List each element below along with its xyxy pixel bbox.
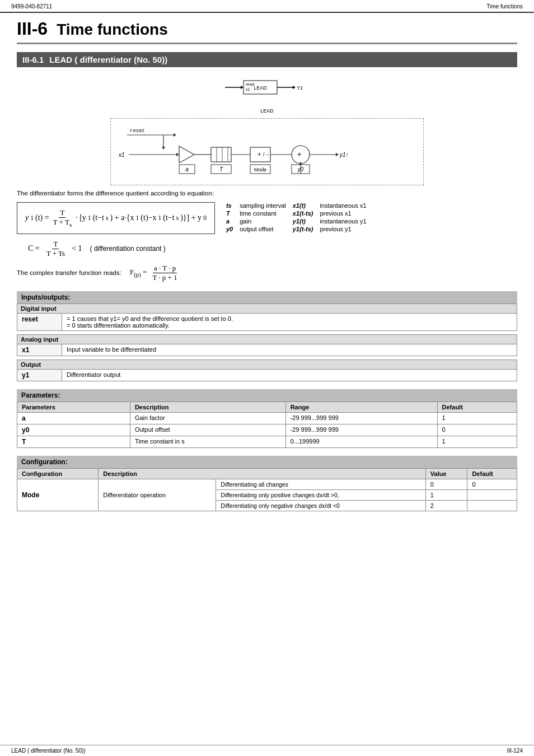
legend-a-sym: a bbox=[226, 218, 233, 225]
param-key: T bbox=[17, 436, 130, 447]
chapter-title: Time functions bbox=[57, 21, 168, 39]
reset-row: reset = 1 causes that y1= y0 and the dif… bbox=[17, 313, 517, 330]
params-col-default: Default bbox=[437, 402, 517, 412]
page-header: 9499-040-82711 Time functions bbox=[0, 0, 534, 13]
config-option-value: 1 bbox=[425, 489, 467, 500]
config-col-desc: Description bbox=[99, 468, 425, 479]
config-col-config: Configuration bbox=[17, 468, 99, 479]
svg-text:Y1: Y1 bbox=[297, 85, 303, 91]
svg-text:reset: reset bbox=[130, 128, 145, 134]
svg-marker-16 bbox=[176, 153, 179, 156]
output-header: Output bbox=[17, 360, 517, 369]
config-col-value: Value bbox=[425, 468, 467, 479]
svg-text:a: a bbox=[185, 166, 189, 172]
c-equation-note: ( differentiation constant ) bbox=[90, 245, 166, 253]
configuration-heading: Configuration: bbox=[17, 456, 517, 468]
circuit-diagram-svg: reset x1 + / - bbox=[110, 118, 424, 185]
section-heading: III-6.1 LEAD ( differentiator (No. 50)) bbox=[17, 52, 517, 67]
svg-text:x1: x1 bbox=[118, 152, 125, 158]
config-key: Mode bbox=[17, 479, 99, 511]
section-title: LEAD ( differentiator (No. 50)) bbox=[49, 55, 167, 64]
spacer-row2 bbox=[17, 356, 517, 360]
svg-text:y1↑: y1↑ bbox=[339, 152, 349, 158]
digital-input-label: Digital input bbox=[17, 304, 517, 313]
svg-text:+: + bbox=[297, 150, 302, 158]
param-desc: Gain factor bbox=[130, 412, 285, 424]
config-option-value: 2 bbox=[425, 500, 467, 511]
footer-left: LEAD ( differentiator (No. 50)) bbox=[11, 748, 86, 754]
y1-key: y1 bbox=[17, 369, 62, 381]
legend-x1t-desc: instantaneous x1 bbox=[320, 202, 366, 209]
footer-right: III-124 bbox=[507, 748, 523, 754]
legend-y1t-sym: y1(t) bbox=[293, 218, 313, 225]
svg-marker-10 bbox=[174, 133, 176, 137]
config-row: Mode Differentiator operation Differenti… bbox=[17, 479, 517, 489]
legend-ts-desc: sampling interval bbox=[240, 202, 286, 209]
lead-icon-container: LEAD reset x1 Y1 LEAD bbox=[17, 75, 517, 114]
circuit-diagram-container: reset x1 + / - bbox=[17, 118, 517, 185]
equation-area: y1(t) = T T + Ts · [y1(t−ts) + a·{x1(t)−… bbox=[17, 202, 517, 234]
analog-input-label: Analog input bbox=[17, 334, 517, 344]
svg-marker-7 bbox=[293, 86, 296, 89]
chapter-heading: III-6 Time functions bbox=[17, 18, 517, 44]
x1-key: x1 bbox=[17, 344, 62, 356]
legend-x1t-sym: x1(t) bbox=[293, 202, 313, 209]
config-option-text: Differentiating only negative changes dx… bbox=[216, 500, 426, 511]
svg-text:+: + bbox=[257, 151, 261, 157]
reset-key: reset bbox=[17, 313, 62, 330]
params-col-range: Range bbox=[285, 402, 437, 412]
legend-T-sym: T bbox=[226, 210, 233, 217]
param-desc: Time constant in s bbox=[130, 436, 285, 447]
svg-marker-13 bbox=[162, 147, 165, 150]
svg-marker-32 bbox=[336, 153, 339, 156]
param-range: 0...199999 bbox=[285, 436, 437, 447]
analog-input-header: Analog input bbox=[17, 334, 517, 344]
legend-y0-sym: y0 bbox=[226, 226, 233, 232]
svg-text:Mode: Mode bbox=[254, 167, 267, 172]
param-range: -29 999...999 999 bbox=[285, 412, 437, 424]
svg-text:-: - bbox=[266, 151, 269, 157]
param-range: -29 999...999 999 bbox=[285, 424, 437, 436]
header-doc-number: 9499-040-82711 bbox=[11, 3, 52, 10]
main-formula: y1(t) = T T + Ts · [y1(t−ts) + a·{x1(t)−… bbox=[25, 208, 207, 228]
config-header-row: Configuration Description Value Default bbox=[17, 468, 517, 479]
digital-input-header: Digital input bbox=[17, 304, 517, 313]
io-table: Digital input reset = 1 causes that y1= … bbox=[17, 304, 517, 381]
x1-desc: Input variable to be differentiated bbox=[62, 344, 517, 356]
lead-block-svg: LEAD reset x1 Y1 bbox=[222, 75, 312, 109]
transfer-text: The complex transfer function reads: bbox=[17, 269, 121, 276]
legend-y1t-desc: instantaneous y1 bbox=[320, 218, 366, 225]
legend-x1tts-desc: previous x1 bbox=[320, 210, 366, 217]
main-content: III-6 Time functions III-6.1 LEAD ( diff… bbox=[0, 13, 534, 530]
c-equation: C = T T + Ts < 1 ( differentiation const… bbox=[28, 240, 517, 258]
transfer-function: The complex transfer function reads: F(p… bbox=[17, 264, 517, 282]
params-table: Parameters Description Range Default a G… bbox=[17, 402, 517, 448]
parameters-heading: Parameters: bbox=[17, 389, 517, 402]
legend-a-desc: gain bbox=[240, 218, 286, 225]
equation-box: y1(t) = T T + Ts · [y1(t−ts) + a·{x1(t)−… bbox=[17, 202, 215, 234]
y1-row: y1 Differentiator output bbox=[17, 369, 517, 381]
section-number: III-6.1 bbox=[22, 55, 44, 64]
page-footer: LEAD ( differentiator (No. 50)) III-124 bbox=[0, 745, 534, 756]
x1-row: x1 Input variable to be differentiated bbox=[17, 344, 517, 356]
reset-desc: = 1 causes that y1= y0 and the differenc… bbox=[62, 313, 517, 330]
param-default: 0 bbox=[437, 424, 517, 436]
output-label: Output bbox=[17, 360, 517, 369]
config-option-text: Differentiating all changes bbox=[216, 479, 426, 489]
legend-y0-desc: output offset bbox=[240, 226, 286, 232]
legend-y1tts-sym: y1(t-ts) bbox=[293, 226, 313, 232]
params-col-params: Parameters bbox=[17, 402, 130, 412]
description-text: The differentiator forms the difference … bbox=[17, 190, 517, 197]
svg-text:reset: reset bbox=[246, 82, 255, 86]
config-option-default: 0 bbox=[467, 479, 517, 489]
legend-ts-sym: ts bbox=[226, 202, 233, 209]
equation-legend: ts sampling interval x1(t) instantaneous… bbox=[226, 202, 367, 232]
config-desc-label: Differentiator operation bbox=[99, 479, 216, 511]
chapter-number: III-6 bbox=[17, 18, 48, 39]
config-option-default bbox=[467, 489, 517, 500]
config-option-value: 0 bbox=[425, 479, 467, 489]
svg-marker-1 bbox=[241, 86, 243, 89]
legend-T-desc: time constant bbox=[240, 210, 286, 217]
legend-y1tts-desc: previous y1 bbox=[320, 226, 366, 232]
param-key: a bbox=[17, 412, 130, 424]
